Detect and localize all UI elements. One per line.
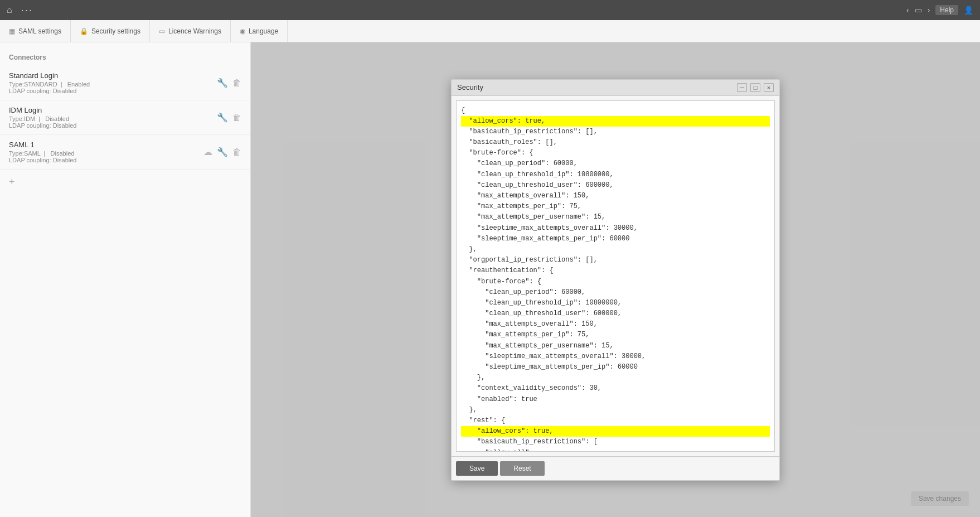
nav-back-icon[interactable]: ‹ xyxy=(906,6,909,15)
code-line: "enabled": true xyxy=(461,394,770,405)
language-tab-label: Language xyxy=(249,27,278,35)
reset-button[interactable]: Reset xyxy=(500,461,544,476)
connector-item-idm[interactable]: IDM Login Type:IDM | Disabled LDAP coupl… xyxy=(0,100,250,135)
connector-item-saml1[interactable]: SAML 1 Type:SAML | Disabled LDAP couplin… xyxy=(0,135,250,170)
code-line: "brute-force": { xyxy=(461,277,770,287)
code-line: "clean_up_threshold_ip": 10800000, xyxy=(461,170,770,180)
code-line: }, xyxy=(461,405,770,415)
connectors-section-title: Connectors xyxy=(0,51,250,66)
code-line: "allow_cors": true, xyxy=(461,426,770,437)
code-line: "max_attempts_overall": 150, xyxy=(461,191,770,201)
save-button[interactable]: Save xyxy=(456,461,498,476)
tab-language[interactable]: ◉ Language xyxy=(231,20,288,42)
modal-titlebar: Security ─ □ × xyxy=(452,80,779,96)
connector-ldap-idm: LDAP coupling: Disabled xyxy=(9,122,217,129)
modal-overlay: Security ─ □ × { "allow_cors": true, "ba… xyxy=(251,42,980,517)
code-line: "basicauth_ip_restrictions": [], xyxy=(461,127,770,137)
modal-footer: Save Reset xyxy=(452,456,779,480)
connector-info-saml1: SAML 1 Type:SAML | Disabled LDAP couplin… xyxy=(9,141,203,163)
connector-meta-saml1: Type:SAML | Disabled xyxy=(9,150,203,157)
help-button[interactable]: Help xyxy=(935,5,958,15)
close-button[interactable]: × xyxy=(764,83,774,92)
code-line: "max_attempts_per_ip": 75, xyxy=(461,330,770,340)
code-line: "max_attempts_per_username": 15, xyxy=(461,212,770,223)
code-line: "orgportal_ip_restrictions": [], xyxy=(461,255,770,265)
code-line: "clean_up_period": 60000, xyxy=(461,287,770,298)
language-icon: ◉ xyxy=(240,27,245,35)
saml-tab-label: SAML settings xyxy=(18,27,61,35)
connector-info-standard: Standard Login Type:STANDARD | Enabled L… xyxy=(9,71,217,94)
wrench-icon-saml1[interactable]: 🔧 xyxy=(217,147,228,157)
code-line: "sleeptime_max_attempts_overall": 30000, xyxy=(461,223,770,234)
security-modal: Security ─ □ × { "allow_cors": true, "ba… xyxy=(451,79,780,481)
licence-tab-label: Licence Warnings xyxy=(168,27,221,35)
connector-actions-saml1: ☁ 🔧 🗑 xyxy=(203,147,241,157)
cloud-icon-saml1[interactable]: ☁ xyxy=(203,147,212,157)
code-line: "clean_up_threshold_ip": 10800000, xyxy=(461,298,770,308)
wrench-icon-idm[interactable]: 🔧 xyxy=(217,112,228,123)
code-line: "max_attempts_per_ip": 75, xyxy=(461,201,770,212)
saml-icon: ▦ xyxy=(9,27,15,35)
maximize-button[interactable]: □ xyxy=(750,83,760,92)
wrench-icon-standard[interactable]: 🔧 xyxy=(217,78,228,88)
minimize-button[interactable]: ─ xyxy=(737,83,747,92)
connector-info-idm: IDM Login Type:IDM | Disabled LDAP coupl… xyxy=(9,106,217,129)
connector-ldap-saml1: LDAP coupling: Disabled xyxy=(9,157,203,163)
tab-licence-warnings[interactable]: ▭ Licence Warnings xyxy=(150,20,231,42)
delete-icon-idm[interactable]: 🗑 xyxy=(232,113,241,123)
main-area: Connectors Standard Login Type:STANDARD … xyxy=(0,42,980,517)
apps-icon[interactable]: ··· xyxy=(21,4,33,16)
security-icon: 🔒 xyxy=(80,27,88,35)
code-line: "allow_cors": true, xyxy=(461,116,770,127)
modal-title: Security xyxy=(457,83,483,91)
connector-meta-idm: Type:IDM | Disabled xyxy=(9,115,217,122)
licence-icon: ▭ xyxy=(159,27,165,35)
code-editor[interactable]: { "allow_cors": true, "basicauth_ip_rest… xyxy=(456,100,775,452)
connector-name-saml1: SAML 1 xyxy=(9,141,203,149)
code-line: { xyxy=(461,105,770,116)
code-line: "sleeptime_max_attempts_overall": 30000, xyxy=(461,351,770,362)
code-line: "sleeptime_max_attempts_per_ip": 60000 xyxy=(461,234,770,244)
code-line: "context_validity_seconds": 30, xyxy=(461,383,770,394)
code-line: "allow all" xyxy=(461,448,770,452)
connector-item-standard[interactable]: Standard Login Type:STANDARD | Enabled L… xyxy=(0,66,250,100)
code-line: "clean_up_period": 60000, xyxy=(461,158,770,169)
connector-ldap-standard: LDAP coupling: Disabled xyxy=(9,88,217,94)
windows-icon[interactable]: ▭ xyxy=(915,6,922,15)
sidebar: Connectors Standard Login Type:STANDARD … xyxy=(0,42,251,517)
content-area: Save changes Security ─ □ × { "allow_cor… xyxy=(251,42,980,517)
top-bar-right: ‹ ▭ › Help 👤 xyxy=(906,5,973,15)
tab-security-settings[interactable]: 🔒 Security settings xyxy=(71,20,150,42)
connector-actions-standard: 🔧 🗑 xyxy=(217,78,241,88)
code-line: "sleeptime_max_attempts_per_ip": 60000 xyxy=(461,362,770,373)
code-line: "basicauth_roles": [], xyxy=(461,137,770,148)
delete-icon-standard[interactable]: 🗑 xyxy=(232,78,241,88)
secondary-nav: ▦ SAML settings 🔒 Security settings ▭ Li… xyxy=(0,20,980,42)
code-line: "reauthentication": { xyxy=(461,265,770,276)
top-bar: ⌂ ··· ‹ ▭ › Help 👤 xyxy=(0,0,980,20)
code-line: "rest": { xyxy=(461,415,770,426)
tab-saml-settings[interactable]: ▦ SAML settings xyxy=(0,20,71,42)
code-line: "basicauth_ip_restrictions": [ xyxy=(461,437,770,447)
code-line: "clean_up_threshold_user": 600000, xyxy=(461,180,770,191)
add-connector-button[interactable]: + xyxy=(0,170,24,195)
user-avatar[interactable]: 👤 xyxy=(964,6,973,15)
connector-name-idm: IDM Login xyxy=(9,106,217,114)
code-line: }, xyxy=(461,244,770,255)
code-line: "max_attempts_per_username": 15, xyxy=(461,341,770,351)
delete-icon-saml1[interactable]: 🗑 xyxy=(232,147,241,157)
home-icon[interactable]: ⌂ xyxy=(7,5,12,15)
code-line: "max_attempts_overall": 150, xyxy=(461,319,770,330)
connector-name-standard: Standard Login xyxy=(9,71,217,80)
code-line: }, xyxy=(461,373,770,383)
connector-meta-standard: Type:STANDARD | Enabled xyxy=(9,81,217,88)
modal-controls: ─ □ × xyxy=(737,83,774,92)
code-line: "clean_up_threshold_user": 600000, xyxy=(461,308,770,319)
code-line: "brute-force": { xyxy=(461,148,770,158)
connector-actions-idm: 🔧 🗑 xyxy=(217,112,241,123)
security-tab-label: Security settings xyxy=(91,27,140,35)
nav-forward-icon[interactable]: › xyxy=(928,6,930,15)
